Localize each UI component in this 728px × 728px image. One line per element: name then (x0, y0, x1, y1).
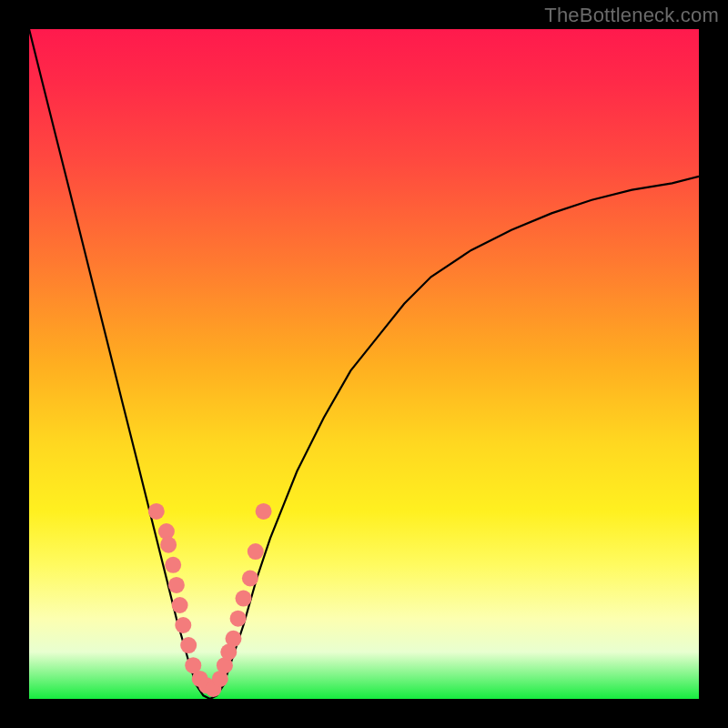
scatter-dot (175, 617, 191, 633)
watermark-text: TheBottleneck.com (544, 4, 719, 27)
plot-area (29, 29, 699, 699)
chart-frame: TheBottleneck.com (0, 0, 728, 728)
scatter-dot (226, 631, 242, 647)
scatter-dot (242, 571, 258, 587)
scatter-left-cluster (148, 503, 222, 697)
scatter-dot (168, 577, 185, 593)
scatter-dot (165, 557, 181, 573)
scatter-dot (236, 591, 252, 607)
scatter-right-cluster (212, 503, 272, 687)
chart-svg (29, 29, 699, 699)
scatter-dot (160, 537, 177, 553)
scatter-dot (230, 611, 247, 627)
scatter-dot (172, 597, 188, 613)
scatter-dot (180, 637, 197, 653)
bottleneck-curve (29, 29, 699, 699)
scatter-dot (148, 503, 165, 520)
scatter-dot (248, 543, 264, 560)
scatter-dot (256, 503, 272, 520)
